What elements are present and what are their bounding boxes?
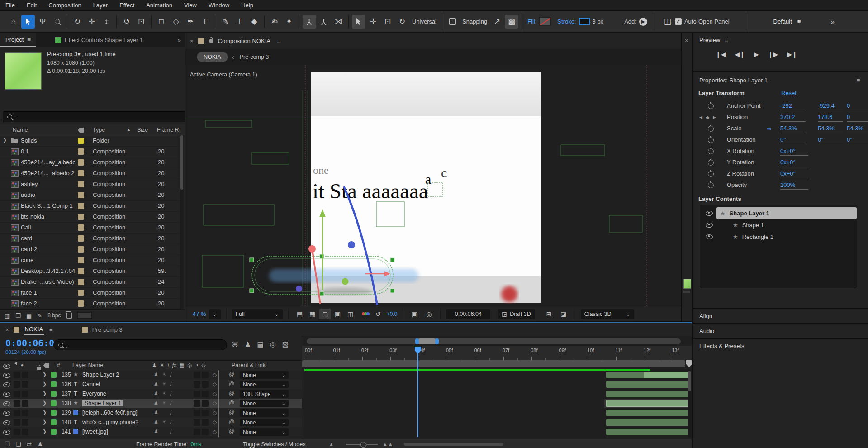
expand-chevron-icon[interactable]: ❯ xyxy=(43,429,47,434)
label-swatch[interactable] xyxy=(78,235,84,242)
switch-well-1[interactable] xyxy=(194,400,200,407)
layer-row-137[interactable]: ❯137TEveryone♟☀/◇@138. Shape⌄ xyxy=(0,389,302,399)
property-value[interactable]: 0° xyxy=(818,136,843,144)
audio-well[interactable] xyxy=(14,419,20,426)
parent-link-dropdown[interactable]: 138. Shape⌄ xyxy=(240,390,289,398)
parent-pickwhip-icon[interactable]: @ xyxy=(229,390,234,396)
eye-column-icon[interactable] xyxy=(3,364,10,369)
switch-well-1[interactable] xyxy=(194,419,200,426)
stroke-swatch[interactable] xyxy=(579,18,590,25)
zoom-dropdown-icon[interactable]: ⌄ xyxy=(209,309,221,319)
shape-cube-tool-icon[interactable]: ◇ xyxy=(169,15,183,29)
view-option-icon-4[interactable]: ◫ xyxy=(345,309,356,319)
stopwatch-icon[interactable] xyxy=(708,103,714,109)
switch-well-2[interactable] xyxy=(202,419,209,426)
link-dimensions-icon[interactable]: ∞ xyxy=(767,125,771,132)
close-tab-icon[interactable]: × xyxy=(190,38,194,44)
playhead-line[interactable] xyxy=(417,353,418,437)
label-swatch[interactable] xyxy=(78,257,84,263)
label-swatch[interactable] xyxy=(51,419,57,425)
zoom-tool-icon[interactable] xyxy=(50,15,64,29)
parent-link-dropdown[interactable]: None⌄ xyxy=(240,419,289,426)
viewer-menu-icon[interactable]: ≡ xyxy=(277,38,280,44)
collapse-arrow-icon[interactable]: ▲ xyxy=(329,442,333,447)
motion-blur-switch-icon[interactable]: ◎ xyxy=(187,362,192,369)
panel-toggle-icon[interactable]: ◫ xyxy=(661,15,674,29)
solo-well[interactable] xyxy=(22,429,28,435)
close-timeline-tab-icon[interactable]: × xyxy=(5,326,9,333)
panel-effects-presets[interactable]: Effects & Presets xyxy=(693,339,868,448)
interpret-footage-icon[interactable]: ▥ xyxy=(5,312,10,319)
timeline-zoom-scrollbar[interactable] xyxy=(307,338,681,344)
solo-well[interactable] xyxy=(22,391,28,397)
more-tabs-icon[interactable]: » xyxy=(177,36,181,43)
property-value[interactable]: 54.3% xyxy=(818,125,843,133)
tab-effect-controls[interactable]: Effect Controls Shape Layer 1 xyxy=(50,37,148,43)
previous-frame-button[interactable]: ◀❙ xyxy=(735,51,745,58)
layer-duration-bar[interactable] xyxy=(606,372,692,378)
quality-switch[interactable]: ☀ xyxy=(162,372,166,377)
selection-tool-icon[interactable] xyxy=(21,15,35,29)
show-snapshot-icon[interactable]: ◎ xyxy=(423,309,435,319)
gizmo-select-icon[interactable] xyxy=(352,15,365,29)
anchor-switch[interactable]: ♟ xyxy=(154,381,158,387)
property-value[interactable]: 0° xyxy=(847,136,868,144)
visibility-eye-icon[interactable] xyxy=(706,211,713,216)
draft-3d-button[interactable]: ◲Draft 3D xyxy=(498,309,535,319)
label-column-icon[interactable] xyxy=(43,363,49,368)
shy-layers-icon[interactable]: ♟ xyxy=(245,340,251,348)
layer-duration-bar[interactable] xyxy=(606,400,692,407)
layer-row-139[interactable]: ❯139[teleph...60e-fe0f.png]♟/◇@None⌄ xyxy=(0,408,302,418)
breadcrumb-current[interactable]: NOKIA xyxy=(197,52,228,62)
parent-link-dropdown[interactable]: None⌄ xyxy=(240,381,289,388)
stopwatch-icon[interactable] xyxy=(708,148,714,154)
cube-3d-switch[interactable]: ◇ xyxy=(213,381,217,387)
menu-layer[interactable]: Layer xyxy=(93,2,108,9)
content-item-shape-1[interactable]: ★Shape 1 xyxy=(700,219,857,231)
project-row-450e214-albedo-2[interactable]: 450e214..._albedo 2Composition20 xyxy=(0,168,180,179)
property-value[interactable]: -929.4 xyxy=(818,102,843,110)
project-row-ashley[interactable]: ashleyComposition20 xyxy=(0,179,180,190)
column-frame-rate[interactable]: Frame R xyxy=(157,127,179,133)
solo-well[interactable] xyxy=(22,419,28,426)
anchor-switch[interactable]: ♟ xyxy=(154,372,158,377)
property-value[interactable]: 100% xyxy=(780,181,808,190)
parent-link-dropdown[interactable]: None⌄ xyxy=(240,428,289,436)
menu-edit[interactable]: Edit xyxy=(27,2,37,9)
play-button[interactable]: ▶ xyxy=(754,51,759,58)
property-value[interactable]: 0 xyxy=(847,114,868,122)
exposure-reset-icon[interactable]: ↺ xyxy=(372,309,384,319)
gizmo-world-axis-icon[interactable]: Y xyxy=(317,15,331,29)
layer-eye-icon[interactable] xyxy=(3,401,10,406)
label-swatch[interactable] xyxy=(78,203,84,209)
cube-3d-switch[interactable]: ◇ xyxy=(213,429,217,435)
gizmo-rotate-icon[interactable]: ↻ xyxy=(395,15,409,29)
brush-tool-icon[interactable]: ✎ xyxy=(218,15,232,29)
project-row-face-1[interactable]: face 1Composition20 xyxy=(0,287,180,299)
project-row-card[interactable]: cardComposition20 xyxy=(0,233,180,244)
current-timecode[interactable]: 0:00:06:04 xyxy=(5,338,60,348)
home-tool-icon[interactable]: ⌂ xyxy=(7,15,20,29)
preview-title[interactable]: Preview xyxy=(699,37,720,43)
work-area-bar[interactable] xyxy=(302,360,685,367)
gizmo-scale-icon[interactable]: ⊡ xyxy=(381,15,394,29)
last-frame-button[interactable]: ▶❙ xyxy=(787,51,797,58)
gizmo-view-axis-icon[interactable]: ⋊ xyxy=(332,15,345,29)
solo-well[interactable] xyxy=(22,381,28,388)
label-swatch[interactable] xyxy=(78,138,84,144)
zoom-scrollbar-thumb[interactable] xyxy=(417,338,437,344)
switch-well-1[interactable] xyxy=(194,372,200,378)
layer-eye-icon[interactable] xyxy=(3,392,10,397)
close-strip-icon[interactable]: × xyxy=(685,37,688,44)
label-column-icon[interactable] xyxy=(78,128,84,133)
parent-pickwhip-icon[interactable]: @ xyxy=(229,400,234,406)
property-value[interactable]: 0x+0° xyxy=(780,170,808,178)
expand-chevron-icon[interactable]: ❯ xyxy=(43,372,47,377)
frame-blend-icon[interactable]: ▤ xyxy=(257,340,263,348)
tab-project[interactable]: Project ≡ xyxy=(0,33,36,47)
prev-keyframe-icon[interactable]: ◀ xyxy=(699,115,702,119)
property-value[interactable]: 0x+0° xyxy=(780,148,808,156)
workspace-menu-icon[interactable]: ≡ xyxy=(797,18,801,25)
content-item-shape-layer-1[interactable]: ★Shape Layer 1 xyxy=(700,207,857,219)
audio-well[interactable] xyxy=(14,400,20,407)
